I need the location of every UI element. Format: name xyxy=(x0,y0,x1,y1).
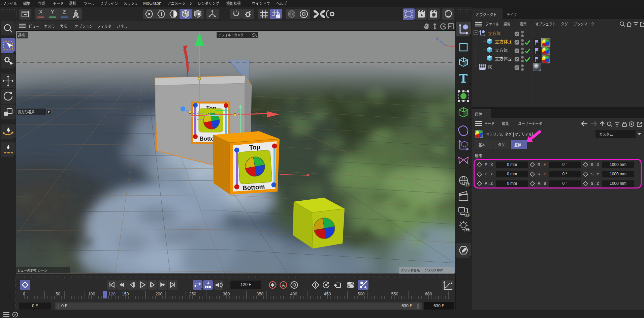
svg-text:Y: Y xyxy=(444,31,447,34)
svg-text:Z: Z xyxy=(436,36,439,40)
svg-text:600: 600 xyxy=(425,292,432,296)
svg-text:0: 0 xyxy=(23,292,25,296)
svg-text:150: 150 xyxy=(122,292,129,296)
svg-text:300: 300 xyxy=(223,292,230,296)
svg-text:120: 120 xyxy=(108,292,116,296)
svg-text:ST: ST xyxy=(465,183,470,186)
svg-text:550: 550 xyxy=(391,292,398,296)
svg-text:400: 400 xyxy=(290,292,297,296)
svg-text:100: 100 xyxy=(88,292,95,296)
svg-text:500: 500 xyxy=(358,292,365,296)
svg-text:250: 250 xyxy=(189,292,196,296)
svg-text:200: 200 xyxy=(156,292,163,296)
svg-text:Top: Top xyxy=(249,143,261,151)
svg-text:A: A xyxy=(282,283,285,288)
svg-text:350: 350 xyxy=(257,292,264,296)
svg-text:A: A xyxy=(207,281,210,285)
svg-text:50: 50 xyxy=(56,292,60,296)
svg-text:450: 450 xyxy=(324,292,331,296)
svg-text:ST: ST xyxy=(465,213,470,216)
